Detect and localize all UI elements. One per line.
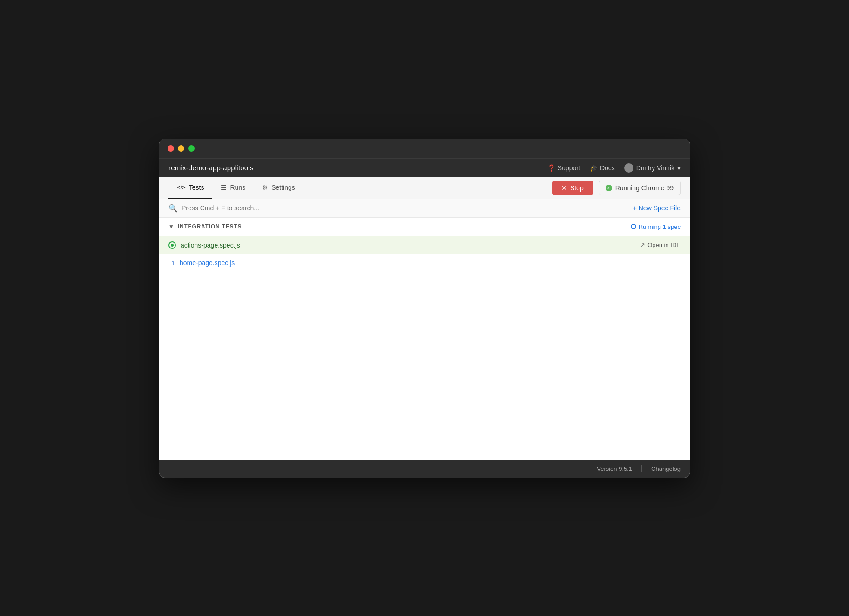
title-bar [159, 139, 690, 158]
file-icon: 🗋 [168, 259, 175, 267]
tab-settings[interactable]: ⚙ Settings [254, 177, 303, 199]
section-title: INTEGRATION TESTS [178, 223, 242, 230]
app-window: remix-demo-app-applitools ❓ Support 🎓 Do… [159, 139, 690, 478]
open-in-ide-label: Open in IDE [647, 241, 681, 248]
search-input-wrap: 🔍 [168, 204, 633, 213]
new-spec-file-button[interactable]: + New Spec File [633, 204, 681, 212]
running-label: Running Chrome 99 [615, 184, 674, 192]
search-bar: 🔍 + New Spec File [159, 199, 690, 218]
external-link-icon: ↗ [640, 241, 645, 248]
section-title-wrap: ▼ INTEGRATION TESTS [168, 223, 242, 230]
traffic-lights [168, 145, 195, 152]
tab-settings-label: Settings [271, 184, 295, 191]
spec-row-actions-page[interactable]: actions-page.spec.js ↗ Open in IDE [159, 236, 690, 254]
minimize-button[interactable] [178, 145, 184, 152]
header-bar: remix-demo-app-applitools ❓ Support 🎓 Do… [159, 158, 690, 177]
main-content: ▼ INTEGRATION TESTS Running 1 spec actio… [159, 218, 690, 460]
app-title: remix-demo-app-applitools [168, 164, 254, 172]
gear-icon: ⚙ [262, 184, 268, 191]
running-spec-label: Running 1 spec [631, 223, 681, 230]
changelog-link[interactable]: Changelog [641, 465, 681, 472]
spec-row-home-page[interactable]: 🗋 home-page.spec.js [159, 254, 690, 272]
avatar [624, 163, 633, 173]
spec-name-actions-page: actions-page.spec.js [181, 241, 240, 249]
section-chevron-icon[interactable]: ▼ [168, 223, 174, 230]
user-menu[interactable]: Dmitry Vinnik ▾ [624, 163, 681, 173]
support-link[interactable]: ❓ Support [547, 164, 580, 172]
header-actions: ❓ Support 🎓 Docs Dmitry Vinnik ▾ [547, 163, 681, 173]
new-spec-label: + New Spec File [633, 204, 681, 212]
graduation-icon: 🎓 [590, 164, 598, 172]
tab-bar: </> Tests ☰ Runs ⚙ Settings ✕ Stop Runni… [159, 177, 690, 199]
version-label: Version 9.5.1 [597, 465, 632, 472]
running-spec-text: Running 1 spec [639, 223, 681, 230]
x-icon: ✕ [561, 184, 567, 192]
running-badge: Running Chrome 99 [599, 181, 681, 195]
tab-runs[interactable]: ☰ Runs [212, 177, 254, 199]
integration-tests-section-header: ▼ INTEGRATION TESTS Running 1 spec [159, 218, 690, 236]
running-spec-dot-icon [631, 224, 636, 229]
search-icon: 🔍 [168, 204, 178, 213]
tab-tests-label: Tests [189, 184, 204, 191]
spec-name-home-page: home-page.spec.js [180, 259, 235, 267]
tab-runs-label: Runs [230, 184, 245, 191]
chevron-down-icon: ▾ [677, 164, 681, 172]
tab-right-actions: ✕ Stop Running Chrome 99 [552, 181, 681, 195]
running-status-icon [606, 185, 612, 191]
stop-label: Stop [570, 184, 584, 192]
close-button[interactable] [168, 145, 174, 152]
spec-row-left: actions-page.spec.js [168, 241, 240, 249]
spec-row-left-home: 🗋 home-page.spec.js [168, 259, 235, 267]
spec-running-icon [168, 241, 176, 249]
runs-icon: ☰ [221, 184, 227, 191]
search-input[interactable] [182, 204, 321, 212]
code-icon: </> [177, 184, 186, 191]
tabs-list: </> Tests ☰ Runs ⚙ Settings [168, 177, 303, 199]
user-name: Dmitry Vinnik [636, 164, 674, 172]
open-in-ide-button-actions[interactable]: ↗ Open in IDE [640, 241, 681, 248]
question-icon: ❓ [547, 164, 555, 172]
maximize-button[interactable] [188, 145, 195, 152]
docs-link[interactable]: 🎓 Docs [590, 164, 615, 172]
tab-tests[interactable]: </> Tests [168, 177, 212, 199]
stop-button[interactable]: ✕ Stop [552, 181, 593, 195]
footer: Version 9.5.1 Changelog [159, 460, 690, 478]
